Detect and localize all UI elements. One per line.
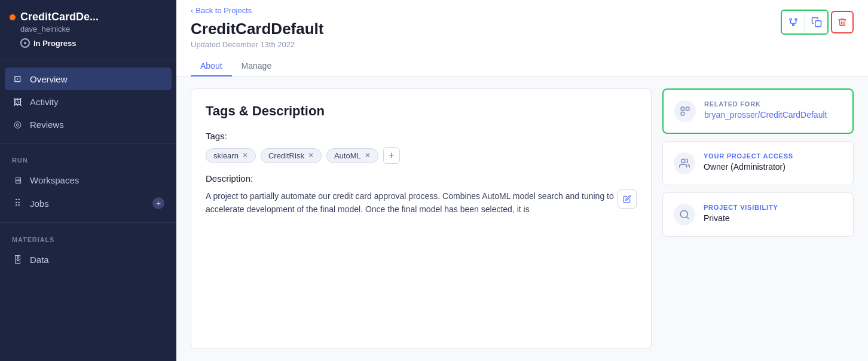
tag-automl-label: AutoML [334, 151, 361, 160]
visibility-label: PROJECT VISIBILITY [704, 204, 778, 211]
access-card-icon [674, 152, 695, 174]
related-fork-card: RELATED FORK bryan_prosser/CreditCardDef… [662, 88, 854, 134]
toolbar-buttons [781, 10, 854, 35]
run-nav: 🖥 Workspaces ⠿ Jobs + [0, 166, 176, 218]
tag-sklearn-label: sklearn [213, 151, 239, 160]
sidebar-item-overview[interactable]: ⊡ Overview [5, 68, 172, 90]
sidebar-activity-label: Activity [30, 97, 59, 107]
project-visibility-card: PROJECT VISIBILITY Private [662, 192, 854, 237]
fork-icon [788, 17, 799, 27]
sidebar: CreditCardDe... dave_heinicke In Progres… [0, 0, 176, 361]
fork-button[interactable] [782, 11, 805, 33]
sidebar-item-workspaces[interactable]: 🖥 Workspaces [5, 169, 172, 191]
page-title: CreditCardDefault [191, 20, 323, 38]
copy-icon [811, 17, 822, 27]
sidebar-status: In Progress [20, 38, 167, 48]
tag-automl-remove[interactable]: ✕ [365, 151, 371, 160]
related-fork-value[interactable]: bryan_prosser/CreditCardDefault [704, 110, 827, 120]
svg-rect-7 [815, 21, 821, 27]
reviews-icon: ◎ [12, 119, 23, 130]
panel-title: Tags & Description [206, 103, 637, 119]
tag-creditrisk-label: CreditRisk [268, 151, 304, 160]
access-icon [679, 158, 690, 169]
sidebar-user: dave_heinicke [20, 25, 167, 33]
sidebar-item-data[interactable]: 🗄 Data [5, 248, 172, 271]
toolbar-group [781, 10, 829, 35]
back-link[interactable]: ‹ Back to Projects [191, 6, 323, 15]
access-value: Owner (Administrator) [704, 162, 793, 172]
delete-icon [838, 17, 847, 27]
related-fork-content: RELATED FORK bryan_prosser/CreditCardDef… [704, 100, 827, 120]
visibility-content: PROJECT VISIBILITY Private [704, 204, 778, 223]
main-content: ‹ Back to Projects CreditCardDefault Upd… [176, 0, 868, 361]
main-panel: Tags & Description Tags: sklearn ✕ Credi… [191, 88, 652, 349]
sidebar-nav: ⊡ Overview 🖼 Activity ◎ Reviews [0, 65, 176, 138]
sidebar-data-label: Data [30, 255, 49, 265]
sidebar-reviews-label: Reviews [30, 120, 64, 130]
right-panel: RELATED FORK bryan_prosser/CreditCardDef… [662, 88, 854, 349]
tag-add-button[interactable]: + [383, 147, 400, 164]
sidebar-overview-label: Overview [30, 74, 68, 84]
sidebar-item-reviews[interactable]: ◎ Reviews [5, 113, 172, 136]
tab-manage-label: Manage [242, 61, 272, 71]
tag-sklearn-remove[interactable]: ✕ [242, 151, 248, 160]
back-link-label: Back to Projects [195, 6, 252, 15]
sidebar-project-name: CreditCardDe... [20, 11, 99, 23]
description-edit-button[interactable] [618, 189, 637, 209]
sidebar-header: CreditCardDe... dave_heinicke In Progres… [0, 0, 176, 55]
svg-rect-8 [681, 107, 684, 110]
tab-about[interactable]: About [191, 56, 232, 77]
description-content: A project to partially automate our cred… [206, 191, 614, 214]
sidebar-divider-2 [0, 143, 176, 143]
status-icon [20, 38, 30, 48]
sidebar-item-activity[interactable]: 🖼 Activity [5, 90, 172, 113]
copy-button[interactable] [805, 11, 827, 33]
delete-button[interactable] [831, 11, 854, 33]
description-label: Description: [206, 173, 637, 183]
status-dot [10, 14, 16, 20]
visibility-card-icon [674, 204, 695, 225]
overview-icon: ⊡ [12, 74, 23, 84]
access-content: YOUR PROJECT ACCESS Owner (Administrator… [704, 152, 793, 172]
sidebar-item-jobs[interactable]: ⠿ Jobs + [5, 191, 172, 215]
tag-sklearn: sklearn ✕ [206, 148, 256, 163]
visibility-value: Private [704, 213, 778, 223]
edit-icon [623, 195, 631, 203]
workspaces-icon: 🖥 [12, 175, 23, 185]
related-fork-label: RELATED FORK [704, 100, 827, 108]
svg-rect-9 [686, 107, 689, 110]
sidebar-divider [0, 60, 176, 60]
activity-icon: 🖼 [12, 96, 23, 107]
page-title-row: ‹ Back to Projects CreditCardDefault Upd… [191, 6, 854, 49]
jobs-add-button[interactable]: + [152, 197, 164, 209]
tags-label: Tags: [206, 131, 637, 141]
tag-creditrisk-remove[interactable]: ✕ [308, 151, 314, 160]
visibility-icon [679, 209, 690, 220]
tabs-row: About Manage [191, 56, 854, 76]
materials-nav: 🗄 Data [0, 246, 176, 273]
tag-automl: AutoML ✕ [326, 148, 378, 163]
page-updated: Updated December 13th 2022 [191, 40, 323, 49]
materials-section-label: MATERIALS [0, 228, 176, 246]
jobs-row: Jobs + [30, 197, 164, 209]
tab-about-label: About [200, 61, 222, 71]
svg-line-13 [686, 216, 688, 218]
topbar: ‹ Back to Projects CreditCardDefault Upd… [176, 0, 868, 77]
content-area: Tags & Description Tags: sklearn ✕ Credi… [176, 77, 868, 361]
back-chevron-icon: ‹ [191, 6, 193, 15]
sidebar-workspaces-label: Workspaces [30, 175, 79, 185]
data-icon: 🗄 [12, 254, 23, 265]
svg-line-6 [793, 23, 796, 25]
sidebar-status-label: In Progress [33, 39, 77, 48]
sidebar-divider-3 [0, 222, 176, 223]
sidebar-jobs-label: Jobs [30, 198, 49, 209]
tags-row: sklearn ✕ CreditRisk ✕ AutoML ✕ + [206, 147, 637, 164]
description-text: A project to partially automate our cred… [206, 189, 637, 216]
title-section: ‹ Back to Projects CreditCardDefault Upd… [191, 6, 323, 49]
jobs-icon: ⠿ [12, 198, 23, 209]
tab-manage[interactable]: Manage [232, 56, 282, 77]
svg-point-11 [681, 159, 685, 163]
fork-card-svg-icon [680, 106, 690, 117]
project-access-card: YOUR PROJECT ACCESS Owner (Administrator… [662, 141, 854, 185]
access-label: YOUR PROJECT ACCESS [704, 152, 793, 160]
